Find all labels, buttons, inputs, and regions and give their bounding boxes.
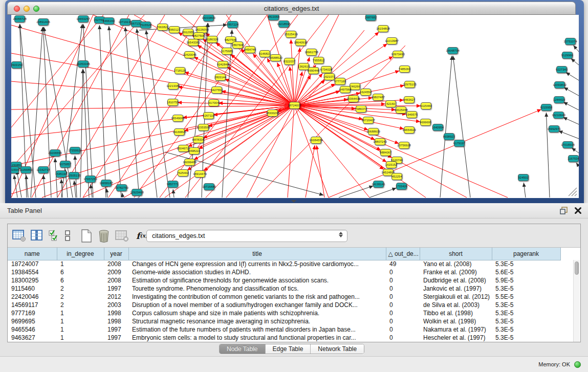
minimize-window-button[interactable] bbox=[24, 6, 30, 12]
delete-column-button[interactable] bbox=[97, 228, 111, 244]
table-row[interactable]: 911546021997Tourette syndrome. Phenomeno… bbox=[8, 285, 560, 293]
close-panel-icon[interactable] bbox=[574, 207, 582, 214]
graph-node[interactable]: 10807487 bbox=[373, 94, 383, 101]
graph-node[interactable]: 62160 bbox=[385, 100, 396, 107]
table-cell[interactable]: 1 bbox=[57, 309, 104, 317]
select-all-button[interactable] bbox=[48, 228, 59, 244]
graph-node[interactable]: 12213389 bbox=[168, 82, 179, 90]
table-cell[interactable]: Investigating the contribution of common… bbox=[128, 293, 386, 301]
graph-node[interactable]: 9427552 bbox=[211, 86, 222, 94]
table-row[interactable]: 2242004622012Investigating the contribut… bbox=[8, 293, 560, 301]
table-cell[interactable]: Jankovic et al. (1997) bbox=[420, 285, 492, 293]
graph-node[interactable]: 8215958 bbox=[541, 104, 552, 111]
table-row[interactable]: 977716911998Corpus callosum shape and si… bbox=[8, 309, 560, 317]
graph-node[interactable]: 452254 bbox=[391, 173, 402, 180]
graph-node[interactable]: 2603150 bbox=[11, 61, 22, 69]
table-cell[interactable]: 5.3E-5 bbox=[492, 317, 560, 325]
graph-node[interactable]: 10719135 bbox=[120, 18, 130, 26]
table-cell[interactable]: 2003 bbox=[104, 301, 128, 309]
table-cell[interactable]: 2 bbox=[57, 285, 104, 293]
graph-node[interactable]: 2687682 bbox=[365, 15, 376, 21]
graph-node[interactable]: 15992971 bbox=[549, 125, 559, 133]
graph-node[interactable]: 6179197 bbox=[454, 140, 465, 147]
graph-node[interactable]: 17359924 bbox=[70, 147, 80, 154]
zoom-window-button[interactable] bbox=[33, 6, 39, 12]
table-cell[interactable]: 1997 bbox=[104, 285, 128, 293]
table-cell[interactable]: 5.3E-5 bbox=[492, 334, 560, 342]
graph-node[interactable]: 1621072 bbox=[324, 73, 335, 80]
graph-node[interactable]: 17016504 bbox=[562, 141, 573, 148]
graph-node[interactable]: 9129966 bbox=[562, 52, 573, 59]
table-row[interactable]: 1938455462009Genome-wide association stu… bbox=[8, 268, 560, 276]
graph-node[interactable]: 1615152 bbox=[386, 161, 397, 168]
graph-node[interactable]: 16961758 bbox=[306, 49, 317, 56]
column-header-title[interactable]: title bbox=[128, 248, 386, 260]
table-cell[interactable]: 5.3E-5 bbox=[492, 325, 560, 334]
table-cell[interactable]: 1997 bbox=[104, 334, 128, 342]
graph-node[interactable]: 9375857 bbox=[60, 161, 71, 168]
table-row[interactable]: 1830029562008Estimation of significance … bbox=[8, 276, 560, 285]
graph-node[interactable]: 16154808 bbox=[378, 25, 388, 32]
graph-node[interactable]: 10653257 bbox=[78, 15, 89, 23]
graph-node[interactable]: 22420046 bbox=[184, 51, 195, 58]
table-cell[interactable]: Changes of HCN gene expression and I(f) … bbox=[128, 260, 386, 268]
graph-node[interactable]: 9463627 bbox=[404, 96, 415, 103]
table-cell[interactable]: de Silva et al. (2003) bbox=[420, 301, 492, 309]
table-scrollbar[interactable] bbox=[573, 260, 580, 342]
graph-node[interactable]: 7515526 bbox=[140, 21, 151, 29]
graph-node[interactable]: 8878334 bbox=[193, 136, 204, 143]
graph-node[interactable]: 12353599 bbox=[198, 124, 209, 131]
graph-node[interactable]: 20891406 bbox=[38, 18, 49, 26]
table-cell[interactable]: 1 bbox=[57, 334, 104, 342]
tab-node-table[interactable]: Node Table bbox=[220, 344, 266, 354]
graph-node[interactable]: 12093832 bbox=[554, 81, 565, 89]
table-cell[interactable]: 49 bbox=[386, 260, 420, 268]
graph-node[interactable]: 1167534 bbox=[568, 155, 579, 162]
table-cell[interactable]: 2012 bbox=[104, 293, 128, 301]
graph-node[interactable]: 19958187 bbox=[101, 180, 112, 187]
graph-node[interactable]: 20364436 bbox=[348, 95, 359, 102]
table-cell[interactable]: Wolkin et al. (1998) bbox=[420, 317, 492, 325]
close-window-button[interactable] bbox=[14, 6, 20, 12]
graph-node[interactable]: 9827508 bbox=[193, 32, 204, 39]
table-cell[interactable]: 0 bbox=[386, 334, 420, 342]
graph-node[interactable]: 19654923 bbox=[404, 126, 415, 134]
table-cell[interactable]: 5.5E-5 bbox=[492, 293, 560, 301]
table-row[interactable]: 946554611997Estimation of the future num… bbox=[8, 325, 560, 334]
table-selector-dropdown[interactable]: citations_edges.txt bbox=[146, 230, 347, 242]
graph-node[interactable]: 9857771 bbox=[167, 181, 178, 188]
graph-node[interactable]: 10688609 bbox=[368, 128, 379, 135]
table-cell[interactable]: 9463627 bbox=[8, 334, 57, 342]
table-cell[interactable]: 9699695 bbox=[8, 317, 57, 325]
table-cell[interactable]: 2 bbox=[57, 293, 104, 301]
column-header-year[interactable]: year bbox=[104, 248, 128, 260]
graph-node[interactable]: 8938923 bbox=[444, 133, 454, 140]
graph-node[interactable]: 1545194 bbox=[56, 170, 67, 178]
graph-node[interactable]: 8813054 bbox=[268, 15, 279, 20]
table-cell[interactable]: Hescheler et al. (1997) bbox=[420, 334, 492, 342]
graph-node[interactable]: 7663822 bbox=[157, 24, 168, 31]
network-canvas[interactable]: 2405572820891406106532571527602846616010… bbox=[11, 15, 579, 198]
table-cell[interactable]: 9115460 bbox=[8, 285, 57, 293]
table-cell[interactable]: 0 bbox=[386, 276, 420, 285]
show-columns-button[interactable] bbox=[31, 228, 43, 244]
graph-node[interactable]: 9777169 bbox=[335, 78, 345, 85]
graph-node[interactable]: 16543382 bbox=[188, 39, 199, 46]
splitter-handle[interactable] bbox=[291, 200, 296, 203]
graph-node[interactable]: 16648794 bbox=[447, 47, 458, 54]
table-cell[interactable]: 19384554 bbox=[8, 268, 57, 276]
resize-grip[interactable] bbox=[567, 186, 578, 197]
graph-node[interactable]: 1624554 bbox=[360, 89, 371, 96]
graph-node[interactable]: 9115460 bbox=[421, 102, 431, 110]
graph-node[interactable]: 9227343 bbox=[556, 66, 567, 73]
graph-node[interactable]: 9699695 bbox=[420, 119, 431, 126]
table-cell[interactable]: Corpus callosum shape and size in male p… bbox=[128, 309, 386, 317]
table-cell[interactable]: 0 bbox=[386, 325, 420, 334]
row-height-button[interactable] bbox=[64, 228, 71, 244]
column-header-pagerank[interactable]: pagerank bbox=[492, 248, 560, 260]
table-cell[interactable]: 6 bbox=[57, 276, 104, 285]
graph-node[interactable]: 1810755 bbox=[167, 99, 178, 106]
graph-node[interactable]: 23756928 bbox=[399, 142, 409, 149]
column-header-out_degree[interactable]: △ out_de... bbox=[386, 248, 420, 260]
float-panel-icon[interactable] bbox=[559, 206, 568, 215]
